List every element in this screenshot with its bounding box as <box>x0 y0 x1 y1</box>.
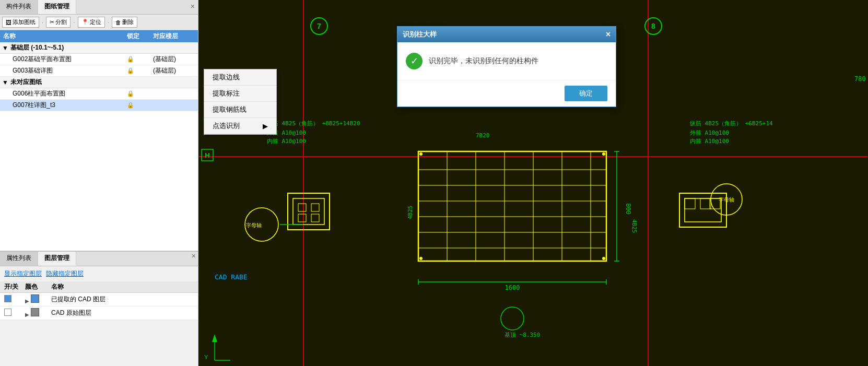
bottom-tab-bar: 属性列表 图层管理 × <box>0 252 198 266</box>
tree-header: 名称 锁定 对应楼层 <box>0 30 198 42</box>
tree-container: ▼ 基础层 (-10.1~-5.1) G002基础平面布置图 🔒 (基础层) G… <box>0 42 198 251</box>
show-layer-option[interactable]: 显示指定图层 <box>4 269 42 278</box>
bottom-panel: 属性列表 图层管理 × 显示指定图层 隐藏指定图层 开/关 颜色 名称 ▶ <box>0 251 198 366</box>
recognize-column-dialog: 识别柱大样 × ✓ 识别完毕，未识别到任何的柱构件 确定 <box>397 26 616 107</box>
layer-row-extracted[interactable]: ▶ 已提取的 CAD 图层 <box>0 293 198 306</box>
tab-drawing-management[interactable]: 图纸管理 <box>38 0 76 14</box>
delete-icon: 🗑 <box>115 19 121 26</box>
delete-button[interactable]: 🗑 删除 <box>112 17 137 28</box>
tree-item-g007[interactable]: G007柱详图_t3 🔒 <box>0 100 198 111</box>
tree-item-g003[interactable]: G003基础详图 🔒 (基础层) <box>0 65 198 77</box>
lock-icon-g003: 🔒 <box>127 67 153 74</box>
dialog-message: 识别完毕，未识别到任何的柱构件 <box>429 56 538 66</box>
dialog-footer: 确定 <box>397 80 616 107</box>
cad-viewport[interactable]: 7 8 H 纵筋 4B25（角筋） +8B25+14B20 外箍 A10@100… <box>198 0 868 366</box>
top-tab-bar: 构件列表 图纸管理 × <box>0 0 198 15</box>
tree-item-g006[interactable]: G006柱平面布置图 🔒 <box>0 88 198 100</box>
lock-icon-g006: 🔒 <box>127 90 153 97</box>
dialog-close-button[interactable]: × <box>606 30 611 39</box>
drawing-toolbar: 🖼 添加图纸 · ✂ 分割 · 📍 定位 · 🗑 删除 <box>0 15 198 30</box>
split-icon: ✂ <box>50 19 54 26</box>
layer-color-original <box>31 308 39 316</box>
tab-layers[interactable]: 图层管理 <box>38 252 76 266</box>
tab-properties[interactable]: 属性列表 <box>0 252 38 266</box>
bottom-panel-close-icon[interactable]: × <box>192 252 196 266</box>
hide-layer-option[interactable]: 隐藏指定图层 <box>46 269 84 278</box>
dialog-body: ✓ 识别完毕，未识别到任何的柱构件 <box>397 42 616 80</box>
dialog-ok-button[interactable]: 确定 <box>565 86 607 101</box>
left-panel: 构件列表 图纸管理 × 🖼 添加图纸 · ✂ 分割 · 📍 定位 · 🗑 删 <box>0 0 198 366</box>
layer-checkbox-original[interactable] <box>4 309 11 316</box>
tab-component-list[interactable]: 构件列表 <box>0 0 38 14</box>
dialog-overlay: 识别柱大样 × ✓ 识别完毕，未识别到任何的柱构件 确定 <box>198 0 868 366</box>
dialog-title: 识别柱大样 <box>403 30 437 39</box>
lock-icon-g007: 🔒 <box>127 102 153 109</box>
tree-group-foundation[interactable]: ▼ 基础层 (-10.1~-5.1) <box>0 42 198 54</box>
panel-close-icon[interactable]: × <box>187 0 198 14</box>
add-drawing-button[interactable]: 🖼 添加图纸 <box>2 17 39 28</box>
expand-icon-2: ▼ <box>2 79 8 86</box>
tree-group-unmatched[interactable]: ▼ 未对应图纸 <box>0 77 198 88</box>
success-icon: ✓ <box>406 53 423 69</box>
locate-icon: 📍 <box>81 19 89 26</box>
lock-icon-g002: 🔒 <box>127 56 153 63</box>
layer-color-extracted <box>31 294 39 303</box>
layer-arrow-original[interactable]: ▶ <box>25 312 29 317</box>
expand-icon-1: ▼ <box>2 44 8 52</box>
add-icon: 🖼 <box>6 19 11 26</box>
layer-checkbox-extracted[interactable] <box>4 295 11 302</box>
locate-button[interactable]: 📍 定位 <box>78 17 105 28</box>
layer-options: 显示指定图层 隐藏指定图层 <box>0 266 198 281</box>
layer-row-original[interactable]: ▶ CAD 原始图层 <box>0 306 198 320</box>
dialog-title-bar: 识别柱大样 × <box>397 27 616 42</box>
layer-arrow-extracted[interactable]: ▶ <box>25 298 29 304</box>
tree-item-g002[interactable]: G002基础平面布置图 🔒 (基础层) <box>0 54 198 65</box>
layer-table-header: 开/关 颜色 名称 <box>0 281 198 293</box>
split-button[interactable]: ✂ 分割 <box>46 17 71 28</box>
